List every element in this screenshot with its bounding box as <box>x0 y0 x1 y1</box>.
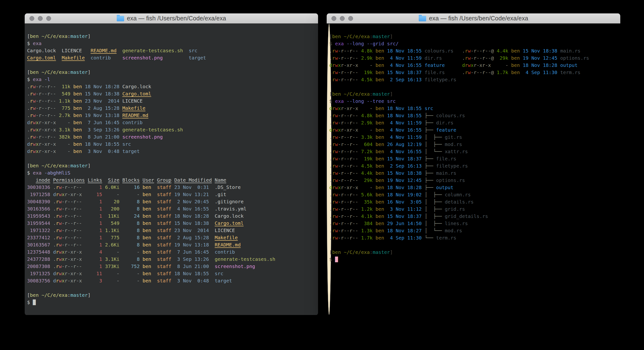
text-segment: [ <box>27 292 30 298</box>
text-segment: . <box>27 134 30 140</box>
close-button[interactable] <box>332 16 336 21</box>
terminal-line: Cargo.toml Makefile contrib screenshot.p… <box>27 54 316 61</box>
text-segment: 19 Nov 12:45 <box>523 55 558 61</box>
text-segment <box>557 62 560 68</box>
text-segment: w <box>335 199 338 205</box>
text-segment <box>422 178 424 183</box>
text-segment: - <box>370 62 373 68</box>
text-segment <box>82 127 85 132</box>
text-segment <box>151 184 157 190</box>
text-segment: 8 <box>137 199 140 204</box>
text-segment <box>384 199 387 205</box>
text-segment: 23 Nov 2014 <box>174 228 209 233</box>
text-segment: screenshot.png <box>122 55 163 61</box>
text-segment: w <box>335 156 338 162</box>
text-segment: exa <box>335 41 344 46</box>
terminal-line: 1971258 drwxr-xr-x 15 - - ben staff 19 N… <box>27 191 316 198</box>
text-segment: r-xr-x <box>65 192 82 197</box>
text-segment: ├── <box>424 120 436 126</box>
text-segment: ben <box>73 98 82 104</box>
text-segment: r <box>30 120 33 126</box>
text-segment <box>422 113 424 118</box>
text-segment <box>119 148 122 154</box>
text-segment: Makefile <box>215 235 238 240</box>
text-segment: . <box>329 113 332 118</box>
text-segment <box>171 206 174 212</box>
text-segment <box>422 120 424 126</box>
text-segment: 8 <box>137 206 140 212</box>
text-segment: . <box>27 127 30 132</box>
titlebar-light[interactable]: exa — fish /Users/ben/Code/exa/exa <box>327 14 620 24</box>
titlebar-dark[interactable]: exa — fish /Users/ben/Code/exa/exa <box>25 14 318 24</box>
text-segment <box>209 249 215 255</box>
text-segment <box>151 192 157 197</box>
text-segment <box>70 105 73 111</box>
minimize-button[interactable] <box>38 16 43 21</box>
text-segment: 5.6k <box>361 192 372 198</box>
text-segment: staff <box>157 242 171 248</box>
text-segment <box>358 199 364 205</box>
text-segment <box>119 134 122 140</box>
text-segment: contrib <box>122 120 142 126</box>
text-segment: LICENCE <box>122 98 142 104</box>
text-segment <box>119 184 134 190</box>
text-segment: 15 Nov 18:37 <box>387 70 422 75</box>
minimize-button[interactable] <box>340 16 345 21</box>
text-segment <box>384 184 387 190</box>
text-segment <box>384 149 387 154</box>
text-segment: Size <box>108 177 119 183</box>
text-segment: 4 Nov 11:59 <box>387 55 422 61</box>
text-segment: w <box>335 77 338 82</box>
text-segment: ├── <box>424 184 436 190</box>
text-segment: ben <box>376 70 384 75</box>
text-segment <box>102 235 111 240</box>
text-segment: 8 <box>137 256 140 262</box>
text-segment: generate-testcases.sh <box>122 127 183 132</box>
text-segment: -r--r-- <box>36 105 56 111</box>
zoom-button[interactable] <box>46 16 51 21</box>
text-segment <box>70 84 73 90</box>
text-segment: . <box>27 98 30 104</box>
terminal-content-dark[interactable]: [ben ~/C/e/exa:master]$ exaCargo.lock LI… <box>25 24 318 315</box>
text-segment: │ ├── <box>424 199 444 205</box>
text-segment: x <box>36 127 38 132</box>
text-segment: [ <box>329 249 332 255</box>
text-segment <box>119 271 136 276</box>
text-segment: x <box>338 184 341 190</box>
close-button[interactable] <box>30 16 34 21</box>
text-segment: w <box>335 163 338 169</box>
text-segment <box>70 127 73 132</box>
text-segment: r <box>332 134 335 140</box>
text-segment: . <box>53 199 56 204</box>
text-segment: d <box>53 271 56 276</box>
text-segment: 7 Jun 16:45 <box>174 249 209 255</box>
text-segment: 1 <box>99 184 102 190</box>
text-segment <box>119 91 122 96</box>
text-segment: │ ├── <box>424 142 444 147</box>
text-segment: r <box>30 98 33 104</box>
text-segment: 4.8k <box>361 48 372 54</box>
text-segment: -r--r-- <box>338 170 358 176</box>
text-segment: 775 <box>62 105 70 111</box>
text-segment: master <box>373 91 390 97</box>
text-segment <box>358 113 361 118</box>
text-segment: w <box>59 249 62 255</box>
text-segment: 4 Nov 16:55 <box>387 149 422 154</box>
text-segment <box>119 264 131 269</box>
text-segment: 2 Sep 16:13 <box>387 77 422 82</box>
text-segment: -r--r-- <box>62 206 82 212</box>
text-segment: target <box>215 278 232 284</box>
terminal-line: Cargo.lock LICENCE README.md generate-te… <box>27 47 316 54</box>
terminal-content-light[interactable]: [ben ~/C/e/exa:master]$ exa --long --gri… <box>327 24 332 315</box>
text-segment: █ <box>33 300 36 305</box>
text-segment: 18 Nov 18:28 <box>85 84 120 90</box>
text-segment: --long --grid <box>346 41 384 46</box>
zoom-button[interactable] <box>348 16 353 21</box>
text-segment <box>50 220 53 226</box>
text-segment: ben <box>376 235 384 241</box>
text-segment: staff <box>157 271 171 276</box>
text-segment: 4.8k <box>361 113 372 118</box>
text-segment: r <box>332 228 335 234</box>
text-segment <box>151 249 157 255</box>
text-segment: master <box>70 292 88 298</box>
